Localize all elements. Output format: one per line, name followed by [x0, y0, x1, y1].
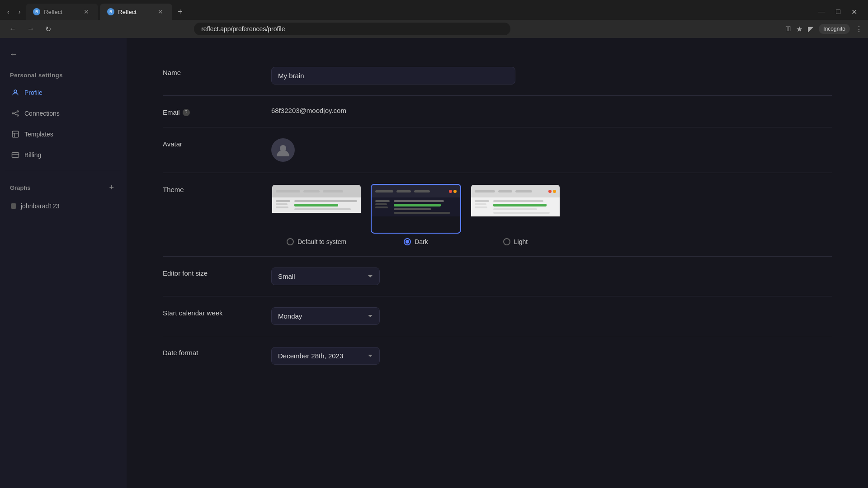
theme-card-light[interactable]: Light [470, 184, 561, 245]
tab-back-btn[interactable]: ‹ [4, 6, 13, 17]
tab-1-close[interactable]: ✕ [82, 7, 91, 16]
dark-main-col [394, 200, 457, 214]
avatar-row: Avatar [163, 127, 832, 173]
email-label: Email ? [163, 107, 253, 116]
address-input[interactable] [194, 23, 510, 35]
sidebar-item-templates[interactable]: Templates [5, 126, 121, 143]
email-label-text: Email [163, 108, 180, 116]
light-sidebar-col [475, 200, 491, 214]
theme-label: Theme [163, 184, 253, 193]
editor-font-size-value: Small Medium Large [271, 267, 832, 285]
tab-2-title: Reflect [118, 9, 136, 15]
name-value [271, 67, 832, 84]
theme-radio-light[interactable] [503, 238, 510, 245]
theme-preview-light [470, 184, 561, 234]
theme-preview-dark [371, 184, 461, 234]
graph-dot [11, 203, 16, 209]
editor-font-size-label: Editor font size [163, 267, 253, 277]
date-format-row: Date format December 28th, 2023 28/12/20… [163, 336, 832, 375]
sidebar-item-templates-label: Templates [24, 131, 53, 138]
nav-back-button[interactable]: ← [5, 23, 20, 35]
system-top-bars [276, 190, 357, 192]
email-info-icon[interactable]: ? [183, 109, 190, 116]
email-row: Email ? 68f32203@moodjoy.com [163, 96, 832, 127]
system-content [276, 200, 357, 210]
sidebar-item-connections[interactable]: Connections [5, 105, 121, 122]
system-sidebar-col [276, 200, 292, 210]
theme-light-top [471, 185, 560, 197]
back-button[interactable]: ← [5, 47, 22, 61]
theme-radio-dark[interactable] [404, 238, 411, 245]
theme-value: Default to system [271, 184, 832, 245]
connections-icon [11, 109, 20, 118]
svg-line-5 [14, 113, 17, 115]
theme-radio-system-row: Default to system [287, 238, 346, 245]
system-main-col [294, 200, 357, 210]
editor-font-size-row: Editor font size Small Medium Large [163, 257, 832, 296]
dark-content [375, 200, 457, 214]
theme-radio-system[interactable] [287, 238, 294, 245]
graph-item-johnbarad123[interactable]: johnbarad123 [5, 199, 121, 213]
date-format-label: Date format [163, 347, 253, 357]
theme-options: Default to system [271, 184, 832, 245]
sidebar-icon[interactable]: ◤ [808, 25, 813, 33]
refresh-button[interactable]: ↻ [42, 23, 55, 35]
date-format-value: December 28th, 2023 28/12/2023 12/28/202… [271, 347, 832, 365]
svg-point-3 [17, 115, 19, 116]
profile-icon [11, 88, 20, 97]
date-format-select[interactable]: December 28th, 2023 28/12/2023 12/28/202… [271, 347, 380, 365]
tab-2-close[interactable]: ✕ [156, 7, 165, 16]
nav-forward-button[interactable]: → [24, 23, 38, 35]
window-controls: — □ ✕ [814, 6, 864, 18]
theme-system-body [272, 197, 361, 213]
graphs-label: Graphs [10, 184, 31, 191]
start-calendar-week-label: Start calendar week [163, 307, 253, 317]
theme-dark-top [372, 185, 460, 197]
add-graph-button[interactable]: + [106, 182, 117, 193]
sidebar-item-billing[interactable]: Billing [5, 146, 121, 164]
tab-2[interactable]: R Reflect ✕ [100, 4, 172, 20]
eye-off-icon[interactable]: 👁̸ [786, 25, 791, 33]
new-tab-button[interactable]: + [174, 5, 186, 19]
incognito-label: Incognito [823, 26, 845, 32]
email-value: 68f32203@moodjoy.com [271, 107, 832, 115]
sidebar-item-profile[interactable]: Profile [5, 84, 121, 101]
graphs-header: Graphs + [5, 178, 121, 195]
theme-card-system[interactable]: Default to system [271, 184, 362, 245]
app-container: ← Personal settings Profile Connections [0, 38, 868, 488]
start-calendar-week-select[interactable]: Monday Sunday Saturday [271, 307, 380, 325]
toolbar-right: 👁̸ ★ ◤ Incognito ⋮ [786, 24, 863, 34]
start-calendar-week-row: Start calendar week Monday Sunday Saturd… [163, 296, 832, 336]
light-preview-dots [548, 190, 556, 193]
name-label: Name [163, 67, 253, 76]
close-button[interactable]: ✕ [848, 6, 861, 18]
tab-forward-btn[interactable]: › [15, 6, 24, 17]
maximize-button[interactable]: □ [832, 6, 844, 18]
theme-preview-system [271, 184, 362, 234]
dot-yellow-light [553, 190, 556, 193]
theme-light-body [471, 197, 560, 216]
main-content: Name Email ? 68f32203@moodjoy.com Avatar [127, 38, 868, 488]
bookmark-icon[interactable]: ★ [796, 25, 802, 33]
avatar[interactable] [271, 138, 295, 162]
svg-point-0 [14, 90, 17, 93]
start-calendar-week-value: Monday Sunday Saturday [271, 307, 832, 325]
menu-icon[interactable]: ⋮ [855, 25, 863, 33]
theme-dark-body [372, 197, 460, 216]
theme-radio-light-row: Light [503, 238, 528, 245]
theme-row: Theme [163, 173, 832, 257]
avatar-value [271, 138, 832, 162]
theme-radio-dark-row: Dark [404, 238, 428, 245]
tab-1-favicon: R [33, 8, 40, 15]
tab-bar: ‹ › R Reflect ✕ R Reflect ✕ + — □ ✕ [0, 0, 868, 20]
svg-line-4 [14, 112, 17, 113]
tab-1[interactable]: R Reflect ✕ [26, 4, 98, 20]
dark-preview-dots [449, 190, 457, 193]
minimize-button[interactable]: — [814, 6, 829, 18]
editor-font-size-select[interactable]: Small Medium Large [271, 267, 380, 285]
incognito-badge[interactable]: Incognito [819, 24, 850, 34]
theme-card-dark[interactable]: Dark [371, 184, 461, 245]
dot-yellow-dark [453, 190, 457, 193]
theme-label-dark: Dark [415, 238, 428, 245]
name-input[interactable] [271, 67, 515, 84]
